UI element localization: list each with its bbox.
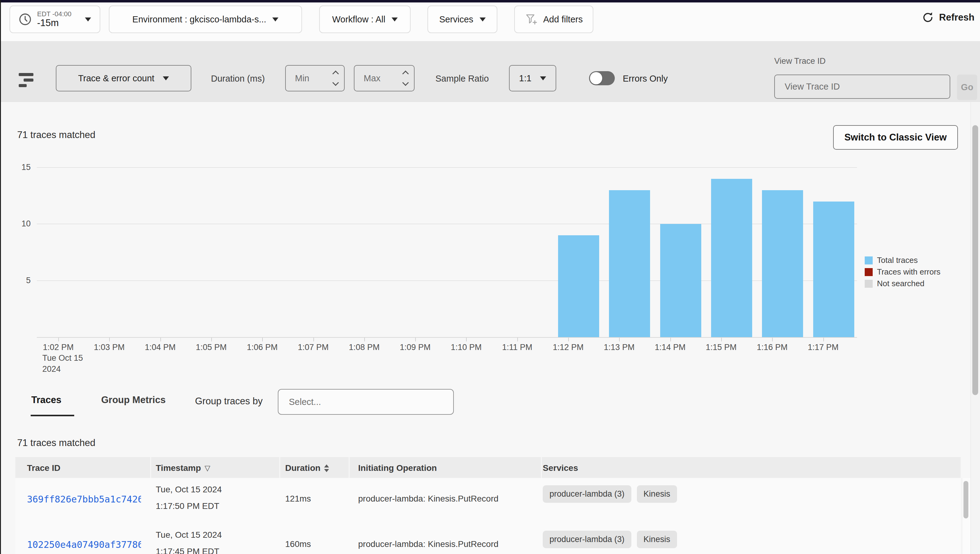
column-header-trace-id[interactable]: Trace ID bbox=[27, 463, 60, 473]
chevron-down-icon bbox=[163, 76, 169, 80]
y-axis-tick-label: 15 bbox=[9, 162, 31, 172]
service-chip[interactable]: producer-lambda (3) bbox=[543, 531, 632, 548]
x-axis-tick bbox=[211, 338, 212, 341]
chart-bar[interactable] bbox=[813, 202, 854, 337]
duration-min-input[interactable] bbox=[294, 73, 326, 84]
x-axis-tick-label: 1:05 PM bbox=[187, 343, 236, 352]
chevron-down-icon bbox=[480, 18, 486, 21]
chart-bar[interactable] bbox=[762, 190, 803, 337]
add-filters-button[interactable]: Add filters bbox=[514, 6, 593, 33]
x-axis-tick-label: 1:03 PM bbox=[84, 343, 134, 352]
trace-table-body: 369ff826e7bbb5a1c7426Tue, Oct 15 20241:1… bbox=[15, 478, 961, 554]
time-range-value: -15m bbox=[37, 18, 72, 28]
x-axis-tick bbox=[58, 338, 59, 341]
chart-bar[interactable] bbox=[660, 224, 701, 337]
initiating-operation: producer-lambda: Kinesis.PutRecord bbox=[358, 539, 499, 549]
tab-traces[interactable]: Traces bbox=[31, 395, 61, 406]
chevron-down-icon bbox=[85, 18, 91, 21]
active-tab-underline bbox=[31, 415, 74, 416]
trace-id-link[interactable]: 102250e4a07490af37786 bbox=[27, 539, 141, 550]
column-divider bbox=[279, 457, 280, 478]
sample-ratio-value: 1:1 bbox=[519, 73, 531, 83]
workflow-filter-dropdown[interactable]: Workflow : All bbox=[319, 6, 410, 33]
tab-group-metrics[interactable]: Group Metrics bbox=[101, 395, 165, 406]
x-axis-tick bbox=[109, 338, 110, 341]
trace-id-link[interactable]: 369ff826e7bbb5a1c7426 bbox=[27, 494, 141, 505]
switch-to-classic-view-button[interactable]: Switch to Classic View bbox=[833, 125, 958, 150]
x-axis-tick bbox=[313, 338, 314, 341]
y-axis-tick-label: 10 bbox=[9, 219, 31, 229]
x-axis-tick bbox=[517, 338, 518, 341]
column-label: Trace ID bbox=[27, 463, 60, 473]
duration-value: 121ms bbox=[285, 494, 311, 504]
view-trace-id-input[interactable] bbox=[774, 75, 950, 99]
errors-only-toggle[interactable] bbox=[589, 71, 615, 85]
x-axis-tick-label: 1:12 PM bbox=[544, 343, 593, 352]
duration-max-field bbox=[354, 65, 415, 91]
column-header-initiating-operation[interactable]: Initiating Operation bbox=[358, 463, 437, 473]
legend-label: Not searched bbox=[877, 279, 924, 288]
chevron-down-icon bbox=[272, 18, 278, 21]
refresh-button[interactable]: Refresh bbox=[921, 11, 974, 24]
duration-max-input[interactable] bbox=[363, 73, 395, 84]
duration-label: Duration (ms) bbox=[211, 73, 265, 84]
sort-both-icon bbox=[324, 465, 329, 472]
x-axis-tick-label: 1:08 PM bbox=[340, 343, 389, 352]
filter-lines-icon[interactable] bbox=[19, 73, 33, 87]
x-axis-date-label: Tue Oct 15 bbox=[42, 353, 83, 363]
table-row: 102250e4a07490af37786Tue, Oct 15 20241:1… bbox=[15, 523, 961, 554]
go-button[interactable]: Go bbox=[957, 75, 977, 100]
column-label: Services bbox=[543, 463, 578, 473]
legend-label: Traces with errors bbox=[877, 267, 940, 277]
stepper-icons[interactable] bbox=[333, 72, 338, 85]
time-range-picker[interactable]: EDT -04:00 -15m bbox=[10, 6, 100, 33]
chart-gridline bbox=[37, 280, 857, 281]
chart-bar[interactable] bbox=[609, 190, 650, 337]
table-row: 369ff826e7bbb5a1c7426Tue, Oct 15 20241:1… bbox=[15, 478, 961, 523]
chart-bar[interactable] bbox=[711, 179, 752, 337]
view-trace-id-label: View Trace ID bbox=[774, 56, 826, 66]
services-filter-dropdown[interactable]: Services bbox=[428, 6, 497, 33]
table-scrollbar-thumb[interactable] bbox=[963, 481, 968, 518]
column-divider bbox=[541, 457, 542, 478]
x-axis-tick-label: 1:14 PM bbox=[646, 343, 695, 352]
group-traces-by-label: Group traces by bbox=[195, 396, 263, 407]
chart-gridline bbox=[37, 224, 857, 224]
page-scrollbar-thumb[interactable] bbox=[972, 125, 978, 395]
legend-swatch bbox=[865, 280, 873, 288]
x-axis-tick-label: 1:06 PM bbox=[238, 343, 287, 352]
clock-icon bbox=[18, 12, 32, 26]
sample-ratio-dropdown[interactable]: 1:1 bbox=[509, 65, 556, 91]
x-axis-tick-label: 1:17 PM bbox=[799, 343, 848, 352]
x-axis-tick-label: 1:04 PM bbox=[136, 343, 185, 352]
environment-filter-dropdown[interactable]: Environment : gkcisco-lambda-s... bbox=[109, 6, 302, 33]
legend-item: Total traces bbox=[865, 256, 918, 265]
x-axis-tick bbox=[161, 338, 161, 341]
services-cell: producer-lambda (3)Kinesis bbox=[543, 531, 677, 548]
x-axis-tick bbox=[670, 338, 671, 341]
x-axis-tick bbox=[772, 338, 773, 341]
x-axis-tick-label: 1:11 PM bbox=[493, 343, 542, 352]
refresh-label: Refresh bbox=[939, 12, 974, 23]
time-range-text: EDT -04:00 -15m bbox=[37, 10, 72, 28]
refresh-icon bbox=[921, 11, 934, 24]
column-header-services[interactable]: Services bbox=[543, 463, 578, 473]
service-chip[interactable]: Kinesis bbox=[637, 531, 677, 548]
column-divider bbox=[150, 457, 151, 478]
x-axis-tick-label: 1:16 PM bbox=[748, 343, 797, 352]
chart-type-dropdown[interactable]: Trace & error count bbox=[56, 65, 191, 91]
x-axis-tick bbox=[466, 338, 467, 341]
stepper-icons[interactable] bbox=[403, 72, 408, 85]
column-header-timestamp[interactable]: Timestamp ▽ bbox=[156, 463, 210, 473]
x-axis-tick bbox=[721, 338, 722, 341]
legend-item: Traces with errors bbox=[865, 267, 940, 277]
column-header-duration[interactable]: Duration bbox=[285, 463, 329, 473]
group-traces-by-select[interactable]: Select... bbox=[278, 389, 454, 415]
service-chip[interactable]: Kinesis bbox=[637, 485, 677, 503]
service-chip[interactable]: producer-lambda (3) bbox=[543, 485, 632, 503]
chart-bar[interactable] bbox=[558, 235, 599, 337]
column-label: Initiating Operation bbox=[358, 463, 437, 473]
column-label: Timestamp bbox=[156, 463, 201, 473]
x-axis-tick bbox=[823, 338, 824, 341]
environment-filter-label: Environment : gkcisco-lambda-s... bbox=[132, 14, 266, 24]
